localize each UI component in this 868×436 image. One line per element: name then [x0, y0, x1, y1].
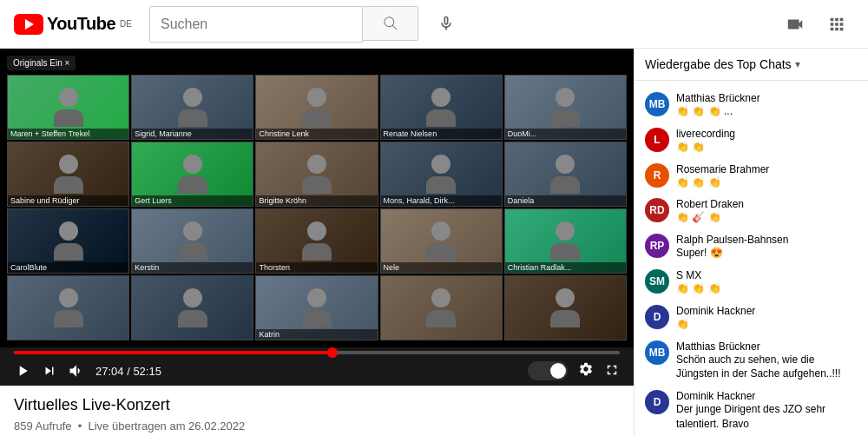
search-button[interactable]	[363, 6, 418, 41]
play-button[interactable]	[14, 362, 31, 380]
video-cell-6: Sabine und Rüdiger	[7, 142, 129, 207]
video-cell-2: Sigrid, Marianne	[131, 75, 253, 140]
chat-message-1: MBMatthias Brückner👏 👏 👏 ...	[635, 88, 868, 123]
message-author: Rosemarie Brahmer	[676, 163, 858, 175]
person-body	[178, 243, 207, 261]
avatar: RD	[645, 198, 669, 222]
time-display: 27:04 / 52:15	[95, 365, 161, 378]
more-options-button[interactable]	[819, 7, 854, 42]
search-area	[149, 6, 464, 43]
person-head	[431, 155, 450, 174]
video-cell-14: Nele	[380, 208, 503, 274]
search-input-wrap	[149, 6, 363, 43]
message-body: Dominik Hackner👏	[676, 305, 858, 332]
person-body	[302, 109, 332, 127]
video-cell-19	[380, 275, 503, 340]
avatar: D	[645, 305, 669, 329]
message-body: Matthias Brückner👏 👏 👏 ...	[676, 92, 858, 119]
person-body	[178, 109, 207, 127]
person-head	[59, 155, 78, 174]
share-button[interactable]: TEILEN	[396, 433, 470, 436]
video-cell-13: Thorsten	[255, 208, 378, 274]
video-cell-1: Maren + Steffen Trekel	[7, 75, 129, 140]
cell-label: Christine Lenk	[256, 129, 377, 139]
chat-message-2: Lliverecording👏 👏	[635, 123, 868, 159]
controls-row: 27:04 / 52:15	[14, 361, 620, 380]
next-button[interactable]	[42, 363, 57, 379]
broadcast-date: Live übertragen am 26.02.2022	[89, 419, 246, 433]
originals-badge[interactable]: Originals Ein ×	[7, 56, 76, 70]
fullscreen-button[interactable]	[604, 362, 620, 380]
video-actions: 57 MAG ICH NICHT TEILEN SPEICHERN	[186, 433, 620, 436]
save-button[interactable]: SPEICHERN	[483, 433, 582, 436]
avatar: MB	[645, 92, 669, 116]
person-silhouette	[426, 276, 456, 340]
progress-bar[interactable]	[14, 351, 620, 354]
cell-label: Mons, Harald, Dirk...	[381, 195, 502, 206]
cell-label: Nele	[381, 262, 502, 273]
person-body	[178, 176, 207, 194]
person-body	[54, 243, 83, 261]
chat-message-8: MBMatthias BrücknerSchön auch zu sehen, …	[635, 336, 868, 386]
person-body	[426, 176, 456, 194]
video-info: Virtuelles Live-Konzert 859 Aufrufe • Li…	[0, 386, 634, 436]
person-head	[556, 288, 575, 307]
person-head	[556, 88, 575, 107]
next-icon	[42, 363, 57, 379]
video-title: Virtuelles Live-Konzert	[14, 396, 620, 414]
message-author: S MX	[676, 269, 858, 281]
person-body	[550, 176, 580, 194]
person-head	[431, 88, 450, 107]
message-text: 👏	[676, 317, 858, 332]
person-body	[550, 310, 580, 327]
youtube-logo[interactable]: YouTubeDE	[14, 14, 132, 35]
video-player: Originals Ein × Maren + Steffen TrekelSi…	[0, 49, 634, 386]
video-cell-15: Christian Radlak...	[504, 208, 627, 274]
settings-button[interactable]	[578, 361, 594, 380]
youtube-de: DE	[120, 19, 132, 29]
cell-label: Katrin	[256, 329, 377, 340]
chat-message-6: SMS MX👏 👏 👏	[635, 265, 868, 301]
video-cell-18: Katrin	[255, 275, 378, 340]
video-cell-20	[504, 275, 627, 340]
youtube-text: YouTube	[47, 14, 115, 34]
video-cell-4: Renate Nielsen	[380, 75, 503, 140]
view-info: 859 Aufrufe • Live übertragen am 26.02.2…	[14, 419, 245, 433]
like-button[interactable]: 57	[186, 433, 233, 436]
avatar: D	[645, 390, 669, 414]
avatar: RP	[645, 234, 669, 258]
person-body	[178, 310, 207, 327]
create-icon	[786, 15, 805, 34]
message-text: 👏 🎸 👏	[676, 210, 858, 225]
message-body: Robert Draken👏 🎸 👏	[676, 198, 858, 225]
chevron-down-icon[interactable]: ▾	[795, 58, 800, 70]
view-count: 859 Aufrufe	[14, 419, 72, 433]
avatar: SM	[645, 269, 669, 294]
person-head	[307, 88, 326, 107]
message-author: Robert Draken	[676, 198, 858, 210]
video-cell-12: Kerstin	[131, 208, 253, 274]
message-author: Dominik Hackner	[676, 305, 858, 317]
dislike-button[interactable]: MAG ICH NICHT	[262, 433, 382, 436]
volume-button[interactable]	[68, 362, 85, 380]
person-body	[426, 310, 456, 327]
cell-label: DuoMi...	[505, 129, 626, 139]
video-meta-row: 859 Aufrufe • Live übertragen am 26.02.2…	[14, 419, 620, 436]
person-head	[431, 221, 450, 241]
person-head	[556, 155, 575, 174]
person-head	[183, 155, 202, 174]
message-text: Schön auch zu sehen, wie die Jüngsten in…	[676, 353, 858, 382]
settings-icon	[578, 361, 594, 377]
current-time: 27:04	[95, 365, 124, 378]
video-cell-10: Daniela	[504, 142, 627, 207]
cell-label: Kerstin	[132, 262, 253, 273]
person-body	[302, 243, 332, 261]
person-body	[302, 310, 332, 327]
create-button[interactable]	[778, 7, 812, 42]
person-head	[183, 221, 202, 241]
message-body: Matthias BrücknerSchön auch zu sehen, wi…	[676, 340, 858, 382]
page-header: YouTubeDE	[0, 0, 868, 49]
search-input[interactable]	[150, 7, 362, 42]
toggle-button[interactable]	[528, 361, 568, 380]
mic-button[interactable]	[429, 6, 464, 41]
